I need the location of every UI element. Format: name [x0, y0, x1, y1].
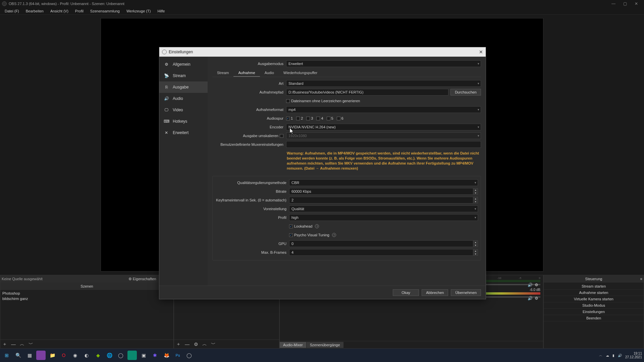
sidebar-item-output[interactable]: ⎘Ausgabe	[159, 81, 208, 93]
app-icon-3[interactable]: 🌐	[105, 351, 114, 360]
close-button[interactable]: ✕	[631, 0, 642, 7]
sidebar-item-audio[interactable]: 🔊Audio	[159, 93, 208, 104]
speaker-icon[interactable]: 🔊	[528, 283, 533, 287]
output-mode-select[interactable]: Erweitert	[286, 60, 481, 67]
steam-icon[interactable]: ◐	[82, 351, 91, 360]
info-icon[interactable]: ?	[315, 224, 319, 228]
tab-stream[interactable]: Stream	[212, 69, 233, 77]
cancel-button[interactable]: Abbrechen	[422, 289, 448, 296]
info-icon[interactable]: ?	[332, 233, 336, 237]
ok-button[interactable]: Okay	[393, 289, 419, 296]
menu-edit[interactable]: Bearbeiten	[22, 8, 47, 14]
app-icon-6[interactable]: ✱	[150, 351, 160, 360]
remove-scene-button[interactable]: —	[10, 341, 16, 347]
recording-format-select[interactable]: mp4	[286, 106, 481, 113]
opera-icon[interactable]: O	[59, 351, 68, 360]
search-icon[interactable]: 🔍	[13, 351, 23, 360]
tray-onedrive-icon[interactable]: ☁	[606, 354, 609, 357]
scene-down-button[interactable]: ﹀	[28, 341, 34, 347]
app-icon-4[interactable]	[127, 351, 137, 360]
tab-replay-buffer[interactable]: Wiederholungspuffer	[279, 69, 322, 77]
app-icon-1[interactable]	[36, 351, 46, 360]
source-down-button[interactable]: ﹀	[210, 341, 216, 347]
encoder-select[interactable]: NVIDIA NVENC H.264 (new)	[286, 124, 481, 130]
start-recording-button[interactable]: Aufnahme starten	[544, 290, 644, 296]
start-button[interactable]: ⊞	[2, 351, 11, 360]
app-icon-7[interactable]: ◯	[184, 351, 194, 360]
apply-button[interactable]: Übernehmen	[451, 289, 481, 296]
sidebar-item-hotkeys[interactable]: ⌨Hotkeys	[159, 116, 208, 127]
psycho-checkbox[interactable]	[289, 233, 293, 237]
type-select[interactable]: Standard	[286, 80, 481, 87]
muxer-input[interactable]	[286, 141, 481, 148]
properties-button[interactable]: ⚙Eigenschaften	[128, 277, 156, 281]
tray-battery-icon[interactable]: ▮	[612, 354, 614, 357]
speaker-icon[interactable]: 🔊	[528, 296, 533, 301]
menu-view[interactable]: Ansicht (V)	[47, 8, 72, 14]
start-virtual-cam-button[interactable]: Virtuelle Kamera starten	[544, 296, 644, 302]
filename-no-space-checkbox[interactable]	[286, 99, 290, 103]
bframes-input[interactable]: 4▴▾	[289, 249, 478, 256]
source-settings-button[interactable]: ⚙	[193, 341, 199, 347]
rate-control-select[interactable]: CBR	[289, 179, 478, 186]
firefox-icon[interactable]: 🦊	[162, 351, 171, 360]
start-stream-button[interactable]: Stream starten	[544, 283, 644, 290]
sidebar-item-video[interactable]: 🖵Video	[159, 104, 208, 116]
rescale-checkbox[interactable]	[280, 134, 283, 138]
scene-item[interactable]: Photoshop	[2, 291, 172, 296]
menu-tools[interactable]: Werkzeuge (T)	[123, 8, 154, 14]
sidebar-item-stream[interactable]: 📡Stream	[159, 70, 208, 81]
scene-up-button[interactable]: ︿	[19, 341, 25, 347]
audio-track-5-checkbox[interactable]	[327, 117, 330, 120]
track-settings-icon[interactable]: ⚙	[535, 283, 538, 287]
tray-clock[interactable]: 19:11 27.12.2021	[625, 352, 642, 359]
track-settings-icon[interactable]: ⚙	[535, 296, 538, 301]
profile-select[interactable]: high	[289, 214, 478, 221]
scene-list[interactable]: Photoshop bildschirm ganz	[0, 290, 173, 340]
recording-path-input[interactable]: D:/Business/Youtube/videos (NICHT FERTIG…	[286, 89, 448, 96]
tray-chevron-icon[interactable]: ︿	[599, 353, 602, 358]
lookahead-checkbox[interactable]	[289, 225, 293, 228]
sidebar-item-general[interactable]: ⚙Allgemein	[159, 59, 208, 70]
panel-menu-icon[interactable]: ≡	[640, 277, 642, 281]
audio-track-2-checkbox[interactable]	[296, 117, 300, 120]
tab-audio[interactable]: Audio	[260, 69, 279, 77]
settings-button[interactable]: Einstellungen	[544, 309, 644, 315]
audio-track-4-checkbox[interactable]	[316, 117, 320, 120]
studio-mode-button[interactable]: Studio-Modus	[544, 302, 644, 309]
add-scene-button[interactable]: ＋	[2, 341, 8, 347]
menu-help[interactable]: Hilfe	[154, 8, 168, 14]
app-icon-2[interactable]: ◆	[93, 351, 103, 360]
tab-recording[interactable]: Aufnahme	[233, 69, 260, 77]
sidebar-item-advanced[interactable]: ✕Erweitert	[159, 127, 208, 138]
menu-profile[interactable]: Profil	[72, 8, 87, 14]
maximize-button[interactable]: ▢	[619, 0, 631, 7]
browse-button[interactable]: Durchsuchen	[450, 89, 481, 96]
tray-volume-icon[interactable]: 🔊	[618, 354, 622, 357]
audio-track-3-checkbox[interactable]	[306, 117, 310, 120]
exit-button[interactable]: Beenden	[544, 315, 644, 321]
audio-track-6-checkbox[interactable]	[337, 117, 340, 120]
tab-transitions[interactable]: Szenenübergänge	[307, 342, 344, 348]
dialog-close-button[interactable]: ✕	[479, 49, 483, 55]
chrome-icon[interactable]: ◉	[70, 351, 80, 360]
add-source-button[interactable]: ＋	[175, 341, 181, 347]
gpu-input[interactable]: 0▴▾	[289, 240, 478, 247]
output-mode-label: Ausgabemodus	[212, 62, 286, 66]
bitrate-input[interactable]: 60000 Kbps▴▾	[289, 188, 478, 195]
minimize-button[interactable]: —	[608, 0, 619, 7]
scene-item[interactable]: bildschirm ganz	[2, 296, 172, 301]
explorer-icon[interactable]: 📁	[48, 351, 57, 360]
preset-select[interactable]: Qualität	[289, 205, 478, 212]
keyframe-input[interactable]: 2▴▾	[289, 197, 478, 203]
tab-audio-mixer[interactable]: Audio-Mixer	[280, 342, 307, 348]
obs-icon[interactable]: ◯	[116, 351, 125, 360]
source-up-button[interactable]: ︿	[202, 341, 208, 347]
app-icon-5[interactable]: ▣	[139, 351, 148, 360]
audio-track-1-checkbox[interactable]	[286, 117, 290, 120]
menu-file[interactable]: Datei (F)	[1, 8, 22, 14]
menu-scenes[interactable]: Szenensammlung	[87, 8, 123, 14]
remove-source-button[interactable]: —	[184, 341, 190, 347]
task-view-icon[interactable]: ▦	[25, 351, 34, 360]
photoshop-icon[interactable]: Ps	[173, 351, 182, 360]
